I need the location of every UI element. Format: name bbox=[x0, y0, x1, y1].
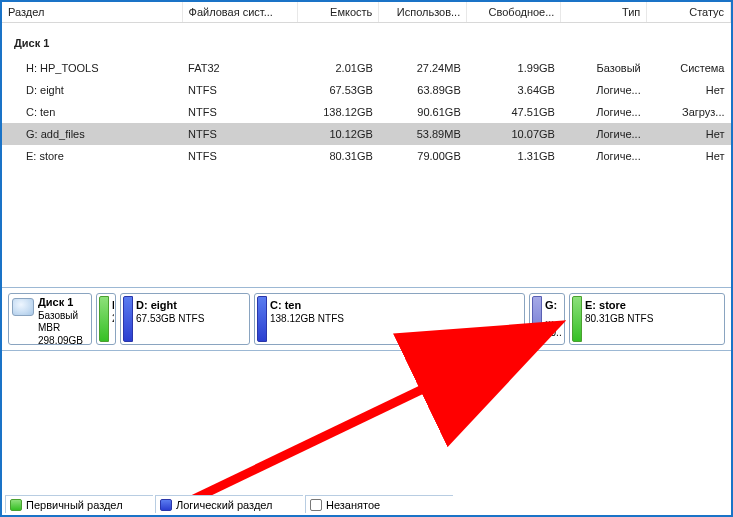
col-status[interactable]: Статус bbox=[647, 2, 731, 23]
disk-summary-text: Диск 1 Базовый MBR 298.09GB bbox=[38, 296, 89, 342]
table-row[interactable]: G: add_filesNTFS10.12GB53.89MB10.07GBЛог… bbox=[2, 123, 731, 145]
segment-label: D: eight67.53GB NTFS bbox=[135, 296, 206, 342]
col-free[interactable]: Свободное... bbox=[467, 2, 561, 23]
partition-segment[interactable]: E: store80.31GB NTFS bbox=[569, 293, 725, 345]
segment-label: C: ten138.12GB NTFS bbox=[269, 296, 346, 342]
legend-unalloc-label: Незанятое bbox=[326, 499, 380, 511]
col-partition[interactable]: Раздел bbox=[2, 2, 182, 23]
segment-label: E: store80.31GB NTFS bbox=[584, 296, 655, 342]
legend-primary: Первичный раздел bbox=[5, 495, 153, 513]
partition-segment[interactable]: H2. bbox=[96, 293, 116, 345]
col-used[interactable]: Использов... bbox=[379, 2, 467, 23]
legend-logical: Логический раздел bbox=[155, 495, 303, 513]
segment-fill bbox=[572, 296, 582, 342]
segment-label: G: ...10... bbox=[544, 296, 562, 342]
partition-table: Раздел Файловая сист... Емкость Использо… bbox=[2, 2, 731, 287]
segment-fill bbox=[257, 296, 267, 342]
segment-label: H2. bbox=[111, 296, 114, 342]
partition-segment[interactable]: G: ...10... bbox=[529, 293, 565, 345]
segment-fill bbox=[99, 296, 109, 342]
svg-line-1 bbox=[177, 332, 542, 507]
swatch-primary bbox=[10, 499, 22, 511]
disk-map: Диск 1 Базовый MBR 298.09GB H2.D: eight6… bbox=[2, 287, 731, 351]
disk-summary[interactable]: Диск 1 Базовый MBR 298.09GB bbox=[8, 293, 92, 345]
col-capacity[interactable]: Емкость bbox=[297, 2, 379, 23]
legend: Первичный раздел Логический раздел Незан… bbox=[5, 495, 728, 513]
table-header[interactable]: Раздел Файловая сист... Емкость Использо… bbox=[2, 2, 731, 23]
legend-logical-label: Логический раздел bbox=[176, 499, 273, 511]
disk-group-row[interactable]: Диск 1 bbox=[2, 23, 731, 58]
table-row[interactable]: H: HP_TOOLSFAT322.01GB27.24MB1.99GBБазов… bbox=[2, 57, 731, 79]
segment-fill bbox=[123, 296, 133, 342]
segment-fill bbox=[532, 296, 542, 342]
table-row[interactable]: E: storeNTFS80.31GB79.00GB1.31GBЛогиче..… bbox=[2, 145, 731, 167]
table-row[interactable]: C: tenNTFS138.12GB90.61GB47.51GBЛогиче..… bbox=[2, 101, 731, 123]
col-type[interactable]: Тип bbox=[561, 2, 647, 23]
partition-segment[interactable]: C: ten138.12GB NTFS bbox=[254, 293, 525, 345]
legend-primary-label: Первичный раздел bbox=[26, 499, 123, 511]
col-filesystem[interactable]: Файловая сист... bbox=[182, 2, 297, 23]
swatch-unalloc bbox=[310, 499, 322, 511]
swatch-logical bbox=[160, 499, 172, 511]
partition-segment[interactable]: D: eight67.53GB NTFS bbox=[120, 293, 250, 345]
table-row[interactable]: D: eightNTFS67.53GB63.89GB3.64GBЛогиче..… bbox=[2, 79, 731, 101]
disk-icon bbox=[12, 298, 34, 316]
legend-unalloc: Незанятое bbox=[305, 495, 453, 513]
